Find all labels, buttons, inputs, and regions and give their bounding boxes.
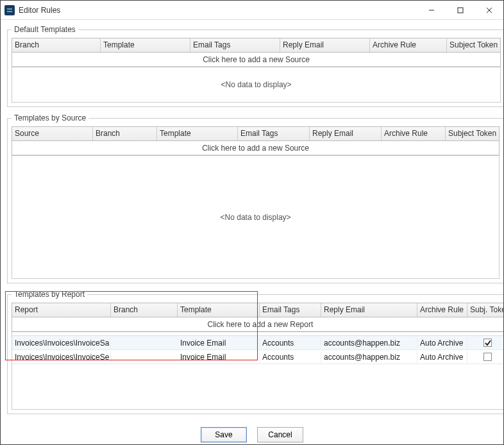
column-header[interactable]: Reply Email	[280, 38, 370, 52]
grid-header: Report Branch Template Email Tags Reply …	[12, 303, 504, 317]
add-new-row[interactable]: Click here to add a new Source	[12, 53, 500, 67]
checkbox-icon[interactable]	[483, 353, 492, 361]
cell-subj-token[interactable]	[467, 351, 504, 362]
save-button[interactable]: Save	[201, 427, 247, 442]
cell-template[interactable]: Invoice Email	[178, 337, 260, 349]
grid-templates-by-source[interactable]: Source Branch Template Email Tags Reply …	[12, 126, 500, 156]
cell-subj-token[interactable]	[467, 337, 504, 348]
grid-body: Invoices\Invoices\InvoiceSa Invoice Emai…	[12, 332, 504, 410]
group-legend: Default Templates	[12, 25, 78, 34]
add-new-row[interactable]: Click here to add a new Source	[12, 141, 499, 155]
cell-branch[interactable]	[111, 356, 178, 358]
column-header[interactable]: Template	[178, 303, 260, 317]
cell-template[interactable]: Invoice Email	[178, 351, 260, 363]
window-title: Editor Rules	[19, 6, 60, 15]
column-header[interactable]: Template	[101, 38, 190, 52]
column-header[interactable]: Branch	[12, 38, 101, 52]
column-header[interactable]: Reply Email	[321, 303, 417, 317]
column-header[interactable]: Subj. Toke	[467, 303, 504, 317]
svg-rect-3	[458, 8, 463, 13]
cell-reply-email[interactable]: accounts@happen.biz	[321, 351, 417, 363]
cell-report[interactable]: Invoices\Invoices\InvoiceSa	[12, 337, 111, 349]
column-header[interactable]: Subject Token	[447, 38, 500, 52]
close-button[interactable]	[475, 1, 503, 19]
group-templates-by-report: Templates by Report Report Branch Templa…	[7, 290, 504, 414]
cell-email-tags[interactable]: Accounts	[260, 337, 321, 349]
group-legend: Templates by Source	[12, 113, 88, 122]
group-legend: Templates by Report	[12, 290, 87, 299]
column-header[interactable]: Subject Token	[446, 127, 499, 140]
column-header[interactable]: Source	[12, 127, 93, 140]
cell-email-tags[interactable]: Accounts	[260, 351, 321, 363]
column-header[interactable]: Reply Email	[310, 127, 382, 140]
cancel-button[interactable]: Cancel	[257, 427, 303, 442]
column-header[interactable]: Branch	[111, 303, 178, 317]
column-header[interactable]: Report	[12, 303, 111, 317]
titlebar: Editor Rules	[1, 1, 503, 20]
minimize-button[interactable]	[417, 1, 446, 19]
column-header[interactable]: Email Tags	[190, 38, 280, 52]
no-data-panel: <No data to display>	[12, 67, 501, 103]
table-row[interactable]: Invoices\Invoices\InvoiceSa Invoice Emai…	[12, 336, 504, 350]
no-data-text: <No data to display>	[221, 80, 292, 89]
group-templates-by-source: Templates by Source Source Branch Templa…	[7, 113, 504, 283]
app-icon	[4, 5, 15, 15]
maximize-button[interactable]	[446, 1, 475, 19]
cell-reply-email[interactable]: accounts@happen.biz	[321, 337, 417, 349]
table-row[interactable]: Invoices\Invoices\InvoiceSe Invoice Emai…	[12, 350, 504, 364]
grid-header: Source Branch Template Email Tags Reply …	[12, 127, 499, 141]
column-header[interactable]: Email Tags	[260, 303, 321, 317]
checkbox-icon[interactable]	[483, 339, 492, 347]
column-header[interactable]: Archive Rule	[370, 38, 447, 52]
dialog-footer: Save Cancel	[7, 421, 497, 442]
cell-archive-rule[interactable]: Auto Archive	[417, 337, 467, 349]
cell-archive-rule[interactable]: Auto Archive	[417, 351, 467, 363]
grid-default-templates[interactable]: Branch Template Email Tags Reply Email A…	[12, 38, 501, 67]
column-header[interactable]: Archive Rule	[382, 127, 446, 140]
svg-rect-0	[7, 8, 12, 10]
svg-rect-1	[7, 11, 12, 12]
cell-report[interactable]: Invoices\Invoices\InvoiceSe	[12, 351, 111, 363]
no-data-text: <No data to display>	[221, 213, 291, 222]
column-header[interactable]: Email Tags	[238, 127, 310, 140]
grid-header: Branch Template Email Tags Reply Email A…	[12, 38, 500, 53]
column-header[interactable]: Archive Rule	[417, 303, 467, 317]
column-header[interactable]: Template	[157, 127, 238, 140]
grid-templates-by-report[interactable]: Report Branch Template Email Tags Reply …	[12, 303, 504, 332]
column-header[interactable]: Branch	[93, 127, 157, 140]
cell-branch[interactable]	[111, 342, 178, 344]
group-default-templates: Default Templates Branch Template Email …	[7, 25, 504, 107]
add-new-row[interactable]: Click here to add a new Report	[12, 317, 504, 332]
no-data-panel: <No data to display>	[12, 156, 500, 279]
